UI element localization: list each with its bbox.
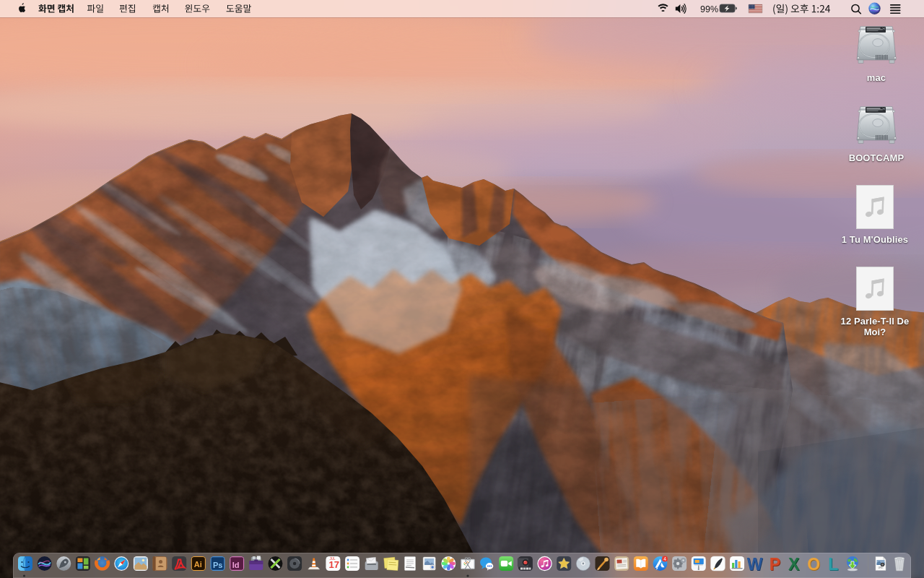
svg-text:4: 4 xyxy=(663,556,666,561)
svg-text:Ai: Ai xyxy=(194,560,202,569)
svg-text:W: W xyxy=(747,555,763,574)
svg-text:JUL: JUL xyxy=(329,557,335,561)
svg-text:O: O xyxy=(807,555,820,574)
svg-text:X: X xyxy=(788,555,800,574)
svg-text:Ps: Ps xyxy=(213,561,222,569)
svg-text:JPG: JPG xyxy=(879,566,882,569)
svg-text:P: P xyxy=(770,555,780,574)
svg-text:L: L xyxy=(828,555,838,574)
svg-text:Id: Id xyxy=(232,561,240,569)
svg-text:17: 17 xyxy=(329,559,339,570)
svg-text:99%: 99% xyxy=(700,4,718,14)
